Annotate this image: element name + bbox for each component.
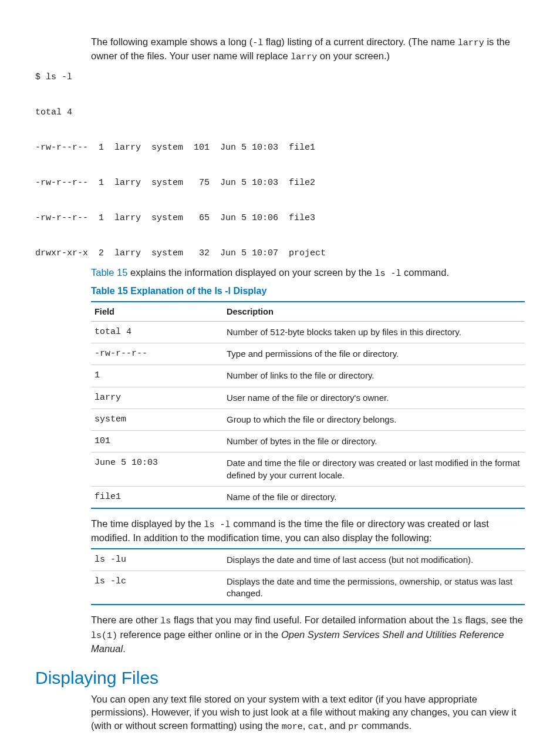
- inline-code: larry: [291, 52, 317, 62]
- displaying-files-paragraph: You can open any text file stored on you…: [91, 693, 525, 733]
- options-table: ls -luDisplays the date and time of last…: [91, 548, 525, 606]
- cell-desc: Number of 512-byte blocks taken up by fi…: [223, 321, 525, 343]
- time-paragraph: The time displayed by the ls -l command …: [91, 517, 525, 545]
- inline-code: -l: [252, 38, 263, 48]
- cell-desc: Name of the file or directory.: [223, 486, 525, 508]
- cell-field: larry: [91, 387, 223, 409]
- text: flags, see the: [463, 615, 523, 625]
- cell-desc: Type and permissions of the file or dire…: [223, 343, 525, 365]
- table-row: -rw-r--r--Type and permissions of the fi…: [91, 343, 525, 365]
- cell-field: 101: [91, 431, 223, 453]
- text: The time displayed by the: [91, 518, 204, 529]
- cell-field: total 4: [91, 321, 223, 343]
- text: on your screen.): [317, 50, 390, 61]
- inline-code: larry: [458, 38, 484, 48]
- text: , and: [324, 720, 348, 731]
- inline-code: ls -l: [375, 269, 401, 279]
- cell-field: 1: [91, 365, 223, 387]
- inline-code: pr: [348, 722, 359, 732]
- cell-field: -rw-r--r--: [91, 343, 223, 365]
- text: flags that you may find useful. For deta…: [171, 615, 452, 625]
- inline-code: ls: [452, 616, 463, 626]
- cell-desc: Number of links to the file or directory…: [223, 365, 525, 387]
- table-row: total 4Number of 512-byte blocks taken u…: [91, 321, 525, 343]
- th-description: Description: [223, 302, 525, 322]
- cell-field: ls -lc: [91, 571, 223, 605]
- cell-field: file1: [91, 486, 223, 508]
- cell-desc: Displays the date and time of last acces…: [223, 549, 525, 571]
- table-row: 1Number of links to the file or director…: [91, 365, 525, 387]
- other-flags-paragraph: There are other ls flags that you may fi…: [91, 613, 525, 655]
- after-code-paragraph: Table 15 explains the information displa…: [91, 266, 525, 280]
- text: There are other: [91, 615, 160, 625]
- subsection-without-formatting: Displaying Files Without Formatting (mor…: [35, 744, 525, 746]
- table-row: ls -lcDisplays the date and time the per…: [91, 571, 525, 605]
- table-ref-link[interactable]: Table 15: [91, 267, 127, 278]
- text: explains the information displayed on yo…: [127, 267, 375, 278]
- cell-field: ls -lu: [91, 549, 223, 571]
- inline-code: ls -l: [204, 520, 231, 530]
- section-displaying-files: Displaying Files: [35, 668, 525, 688]
- cell-desc: Number of bytes in the file or directory…: [223, 431, 525, 453]
- inline-code: ls(1): [91, 631, 117, 641]
- text: command.: [401, 267, 449, 278]
- text: commands.: [359, 720, 411, 731]
- text: ,: [303, 720, 308, 731]
- cell-desc: Group to which the file or directory bel…: [223, 409, 525, 430]
- text: reference page either online or in the: [117, 629, 281, 640]
- table-row: ls -luDisplays the date and time of last…: [91, 549, 525, 571]
- th-field: Field: [91, 302, 223, 322]
- text: flag) listing of a current directory. (T…: [263, 36, 458, 47]
- text: .: [123, 643, 126, 654]
- inline-code: ls: [160, 616, 171, 626]
- table-row: larryUser name of the file or directory'…: [91, 387, 525, 409]
- cell-desc: Displays the date and time the permissio…: [223, 571, 525, 605]
- table-row: systemGroup to which the file or directo…: [91, 409, 525, 430]
- text: The following example shows a long (: [91, 36, 252, 47]
- table-15-caption: Table 15 Explanation of the ls -l Displa…: [91, 286, 525, 296]
- table-row: June 5 10:03Date and time the file or di…: [91, 453, 525, 487]
- table-row: file1Name of the file or directory.: [91, 486, 525, 508]
- cell-desc: Date and time the file or directory was …: [223, 453, 525, 487]
- ls-output-block: $ ls -l total 4 -rw-r--r-- 1 larry syste…: [35, 69, 525, 262]
- inline-code: cat: [308, 722, 324, 732]
- cell-field: June 5 10:03: [91, 453, 223, 487]
- cell-desc: User name of the file or directory's own…: [223, 387, 525, 409]
- inline-code: more: [282, 722, 303, 732]
- cell-field: system: [91, 409, 223, 430]
- table-row: 101Number of bytes in the file or direct…: [91, 431, 525, 453]
- intro-paragraph: The following example shows a long (-l f…: [91, 35, 525, 64]
- table-15: Field Description total 4Number of 512-b…: [91, 301, 525, 509]
